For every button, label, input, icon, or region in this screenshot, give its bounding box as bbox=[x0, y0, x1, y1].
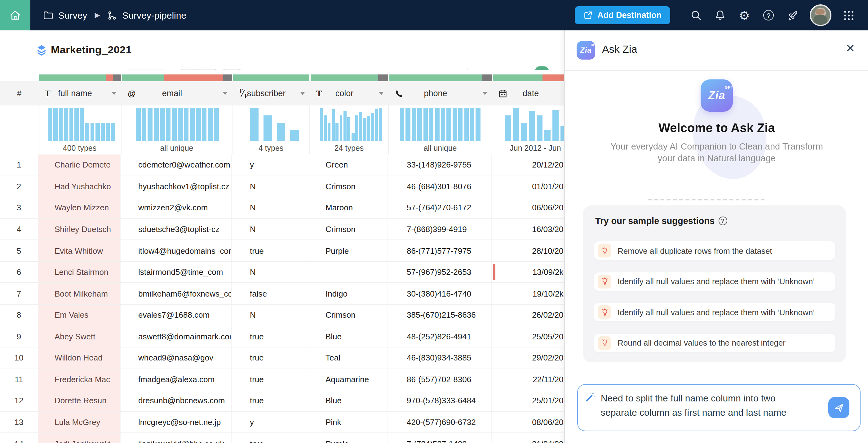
quality-segment-gray[interactable] bbox=[483, 75, 492, 81]
cell-color[interactable]: Blue bbox=[310, 390, 388, 411]
table-row[interactable]: 7Boot Milkehambmilkeham6@foxnews_cofalse… bbox=[0, 283, 564, 305]
cell-email[interactable]: jjanikowskid@bbc.co.uk bbox=[122, 433, 232, 443]
column-menu-caret[interactable] bbox=[223, 92, 227, 95]
cell-num[interactable]: 9 bbox=[0, 326, 38, 347]
cell-subscriber[interactable]: true bbox=[232, 240, 309, 261]
cell-color[interactable] bbox=[310, 262, 388, 283]
search-button[interactable] bbox=[684, 3, 708, 27]
breadcrumb-project[interactable]: Survey bbox=[58, 10, 87, 21]
cell-num[interactable]: 8 bbox=[0, 305, 38, 325]
table-row[interactable]: 6Lenci Stairmonlstairmond5@time_comN57-(… bbox=[0, 262, 564, 283]
cell-email[interactable]: itlow4@hugedomains_com bbox=[122, 240, 232, 261]
table-row[interactable]: 14Jodi Janikowskijjanikowskid@bbc.co.ukt… bbox=[0, 433, 564, 443]
column-header-color[interactable]: Tcolor bbox=[310, 81, 389, 106]
cell-email[interactable]: dresunb@nbcnews.com bbox=[122, 390, 232, 411]
cell-fullname[interactable]: Jodi Janikowski bbox=[38, 433, 121, 443]
table-row[interactable]: 3Waylen Mizzenwmizzen2@vk.comNMaroon57-(… bbox=[0, 197, 564, 219]
column-header-num[interactable]: # bbox=[0, 81, 38, 106]
histogram-date[interactable] bbox=[505, 108, 564, 141]
cell-subscriber[interactable]: N bbox=[232, 197, 309, 218]
cell-fullname[interactable]: Evita Whitlow bbox=[38, 240, 121, 261]
cell-email[interactable]: evales7@1688.com bbox=[122, 305, 232, 325]
suggestion-item[interactable]: Identify all null values and replace the… bbox=[594, 303, 835, 321]
cell-email[interactable]: lmcgreyc@so-net.ne.jp bbox=[122, 412, 232, 433]
cell-num[interactable]: 14 bbox=[0, 433, 38, 443]
cell-email[interactable]: sduetsche3@toplist-cz bbox=[122, 219, 232, 239]
cell-phone[interactable]: 970-(578)333-6484 bbox=[389, 390, 492, 411]
quality-segment-red[interactable] bbox=[106, 75, 113, 81]
cell-fullname[interactable]: Willdon Head bbox=[38, 348, 121, 368]
cell-date[interactable]: 06/06/201 bbox=[492, 197, 564, 218]
cell-phone[interactable]: 48-(252)826-4941 bbox=[389, 326, 492, 347]
cell-phone[interactable]: 86-(557)702-8306 bbox=[389, 369, 492, 390]
cell-color[interactable]: Indigo bbox=[310, 283, 388, 304]
cell-fullname[interactable]: Lula McGrey bbox=[38, 412, 121, 433]
suggestion-item[interactable]: Remove all duplicate rows from the datas… bbox=[594, 241, 835, 260]
close-icon[interactable]: ✕ bbox=[846, 43, 855, 54]
suggestion-item[interactable]: Round all decimal values to the nearest … bbox=[594, 333, 835, 352]
cell-fullname[interactable]: Boot Milkeham bbox=[38, 283, 121, 304]
cell-subscriber[interactable]: N bbox=[232, 176, 309, 197]
table-row[interactable]: 10Willdon Headwhead9@nasa@govtrueTeal46-… bbox=[0, 348, 564, 369]
cell-phone[interactable]: 46-(684)301-8076 bbox=[389, 176, 492, 197]
cell-num[interactable]: 12 bbox=[0, 390, 38, 411]
cell-num[interactable]: 13 bbox=[0, 412, 38, 433]
cell-subscriber[interactable]: true bbox=[232, 369, 309, 390]
cell-date[interactable]: 16/03/201 bbox=[492, 219, 564, 239]
cell-color[interactable]: Pink bbox=[310, 412, 388, 433]
cell-phone[interactable]: 7-(784)587-1439 bbox=[389, 433, 492, 443]
cell-fullname[interactable]: Em Vales bbox=[38, 305, 121, 325]
column-menu-caret[interactable] bbox=[112, 92, 117, 95]
cell-phone[interactable]: 86-(771)577-7975 bbox=[389, 240, 492, 261]
quality-segment-gray[interactable] bbox=[223, 75, 232, 81]
cell-date[interactable]: 29/02/201 bbox=[492, 348, 564, 368]
cell-subscriber[interactable]: true bbox=[232, 326, 309, 347]
cell-date[interactable]: 22/11/201 bbox=[492, 369, 564, 390]
cell-phone[interactable]: 420-(577)690-6732 bbox=[389, 412, 492, 433]
quality-segment-gray[interactable] bbox=[113, 75, 121, 81]
cell-num[interactable]: 7 bbox=[0, 283, 38, 304]
table-row[interactable]: 5Evita Whitlowitlow4@hugedomains_comtrue… bbox=[0, 240, 564, 262]
quality-segment-green[interactable] bbox=[311, 75, 378, 81]
notifications-button[interactable] bbox=[708, 3, 732, 27]
cell-date[interactable]: 28/10/201 bbox=[492, 240, 564, 261]
cell-phone[interactable]: 385-(670)215-8636 bbox=[389, 305, 492, 325]
column-header-subscriber[interactable]: TFsubscriber bbox=[232, 81, 310, 106]
cell-color[interactable]: Blue bbox=[310, 326, 388, 347]
table-row[interactable]: 8Em Valesevales7@1688.comNCrimson385-(67… bbox=[0, 305, 564, 326]
column-menu-caret[interactable] bbox=[300, 92, 305, 95]
histogram-color[interactable] bbox=[320, 108, 382, 141]
chat-input-text[interactable]: Need to split the full name column into … bbox=[601, 391, 813, 419]
cell-num[interactable]: 4 bbox=[0, 219, 38, 239]
cell-fullname[interactable]: Lenci Stairmon bbox=[38, 262, 121, 283]
cell-date[interactable]: 08/06/201 bbox=[492, 412, 564, 433]
table-row[interactable]: 9Abey Swettaswett8@domainmark.comtrueBlu… bbox=[0, 326, 564, 348]
add-destination-button[interactable]: Add Destination bbox=[575, 6, 670, 24]
cell-num[interactable]: 5 bbox=[0, 240, 38, 261]
cell-subscriber[interactable]: y bbox=[232, 412, 309, 433]
cell-date[interactable]: 13/09/2k1 bbox=[492, 262, 564, 283]
apps-grid-button[interactable] bbox=[836, 3, 861, 27]
quality-segment-red[interactable] bbox=[542, 75, 564, 81]
cell-fullname[interactable]: Waylen Mizzen bbox=[38, 197, 121, 218]
quality-segment-red[interactable] bbox=[164, 75, 223, 81]
table-row[interactable]: 2Had Yushachkohyushachkov1@toplist.czNCr… bbox=[0, 176, 564, 197]
cell-num[interactable]: 2 bbox=[0, 176, 38, 197]
cell-color[interactable]: Purple bbox=[310, 240, 388, 261]
cell-phone[interactable]: 33-(148)926-9755 bbox=[389, 154, 492, 175]
cell-email[interactable]: cdemeter0@weather.com bbox=[122, 154, 232, 175]
cell-email[interactable]: wmizzen2@vk.com bbox=[122, 197, 232, 218]
quality-segment-green[interactable] bbox=[493, 75, 542, 81]
cell-subscriber[interactable]: false bbox=[232, 283, 309, 304]
cell-num[interactable]: 1 bbox=[0, 154, 38, 175]
cell-color[interactable]: Crimson bbox=[310, 305, 388, 325]
cell-phone[interactable]: 30-(380)416-4740 bbox=[389, 283, 492, 304]
cell-email[interactable]: whead9@nasa@gov bbox=[122, 348, 232, 368]
cell-fullname[interactable]: Fredericka Mac bbox=[38, 369, 121, 390]
table-row[interactable]: 12Dorette Resundresunb@nbcnews.comtrueBl… bbox=[0, 390, 564, 412]
cell-date[interactable]: 25/01/201 bbox=[492, 390, 564, 411]
cell-color[interactable]: Aquamarine bbox=[310, 369, 388, 390]
info-icon[interactable]: ? bbox=[718, 216, 727, 225]
histogram-email[interactable] bbox=[136, 108, 219, 141]
cell-phone[interactable]: 46-(830)934-3885 bbox=[389, 348, 492, 368]
